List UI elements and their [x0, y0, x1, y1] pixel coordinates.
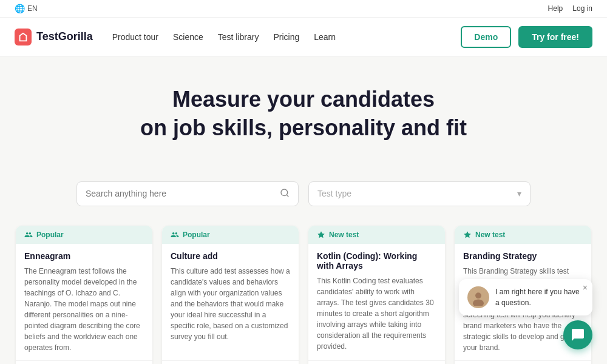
card-footer-2: 10 min Details: [162, 360, 299, 364]
top-bar-links: Help Log in: [548, 4, 592, 13]
logo-text: TestGorilla: [36, 30, 93, 43]
people-icon: [24, 231, 33, 239]
hero-title: Measure your candidates on job skills, p…: [91, 86, 516, 143]
navbar-left: TestGorilla Product tour Science Test li…: [15, 29, 336, 46]
nav-pricing[interactable]: Pricing: [273, 32, 299, 42]
chat-bubble: I am right here if you have a question. …: [459, 279, 592, 315]
avatar-image: [470, 289, 487, 306]
chat-open-button[interactable]: [563, 320, 592, 349]
nav-links: Product tour Science Test library Pricin…: [112, 32, 336, 42]
nav-product-tour[interactable]: Product tour: [112, 32, 158, 42]
badge-popular-2: Popular: [162, 226, 299, 244]
top-bar: 🌐 EN Help Log in: [0, 0, 607, 18]
card-desc-3: This Kotlin Coding test evaluates candid…: [317, 275, 436, 352]
chat-widget: I am right here if you have a question. …: [459, 279, 592, 349]
login-link[interactable]: Log in: [572, 4, 592, 13]
help-link[interactable]: Help: [548, 4, 563, 13]
hero-line1: Measure your candidates: [172, 87, 435, 112]
chat-icon: [571, 328, 585, 342]
card-culture-add: Popular Culture add This culture add tes…: [162, 226, 299, 364]
search-row: Test type ▾: [67, 181, 540, 206]
search-input[interactable]: [86, 189, 275, 198]
sparkle-icon-4: [463, 231, 472, 239]
card-kotlin-arrays: New test Kotlin (Coding): Working with A…: [308, 226, 445, 364]
svg-marker-6: [464, 231, 471, 238]
chat-avatar: [467, 286, 489, 308]
search-box[interactable]: [76, 181, 299, 206]
language-label: EN: [27, 4, 38, 13]
svg-marker-4: [317, 231, 325, 238]
test-type-placeholder: Test type: [317, 189, 351, 198]
svg-line-1: [287, 195, 288, 197]
test-type-dropdown[interactable]: Test type ▾: [308, 181, 531, 206]
card-title-4: Branding Strategy: [463, 251, 583, 261]
search-button[interactable]: [280, 188, 290, 200]
card-body-1: Enneagram The Enneagram test follows the…: [16, 244, 152, 360]
badge-popular-1: Popular: [16, 226, 152, 244]
hero-section: Measure your candidates on job skills, p…: [0, 56, 607, 162]
card-title-3: Kotlin (Coding): Working with Arrays: [317, 251, 436, 271]
chevron-down-icon: ▾: [517, 189, 521, 198]
globe-icon: 🌐: [15, 4, 25, 13]
card-footer-4: 10 min Details: [455, 360, 591, 364]
badge-label-1: Popular: [36, 231, 64, 239]
card-enneagram: Popular Enneagram The Enneagram test fol…: [16, 226, 152, 364]
badge-label-2: Popular: [183, 231, 210, 239]
nav-learn[interactable]: Learn: [314, 32, 336, 42]
card-desc-2: This culture add test assesses how a can…: [171, 266, 290, 342]
badge-new-3: New test: [308, 226, 445, 244]
card-footer-1: 10 min Details: [16, 360, 152, 364]
hero-line2: on job skills, personality and fit: [140, 115, 467, 140]
demo-button[interactable]: Demo: [461, 26, 511, 48]
badge-label-4: New test: [475, 231, 505, 239]
people-icon-2: [171, 231, 179, 239]
sparkle-icon-3: [317, 231, 325, 239]
card-desc-1: The Enneagram test follows the personali…: [24, 266, 144, 353]
nav-science[interactable]: Science: [173, 32, 203, 42]
try-free-button[interactable]: Try for free!: [518, 26, 592, 48]
logo-icon: [15, 29, 32, 46]
chat-text: I am right here if you have a question.: [495, 286, 584, 308]
card-title-2: Culture add: [171, 251, 290, 261]
navbar: TestGorilla Product tour Science Test li…: [0, 18, 607, 56]
card-footer-3: 20 min Details: [308, 360, 445, 364]
svg-point-11: [475, 292, 481, 298]
card-title-1: Enneagram: [24, 251, 144, 261]
logo[interactable]: TestGorilla: [15, 29, 93, 46]
nav-test-library[interactable]: Test library: [218, 32, 259, 42]
badge-label-3: New test: [329, 231, 359, 239]
card-body-3: Kotlin (Coding): Working with Arrays Thi…: [308, 244, 445, 360]
card-body-2: Culture add This culture add test assess…: [162, 244, 299, 360]
language-selector[interactable]: 🌐 EN: [15, 4, 38, 13]
badge-new-4: New test: [455, 226, 591, 244]
navbar-right: Demo Try for free!: [461, 26, 592, 48]
chat-close-button[interactable]: ×: [583, 283, 588, 292]
